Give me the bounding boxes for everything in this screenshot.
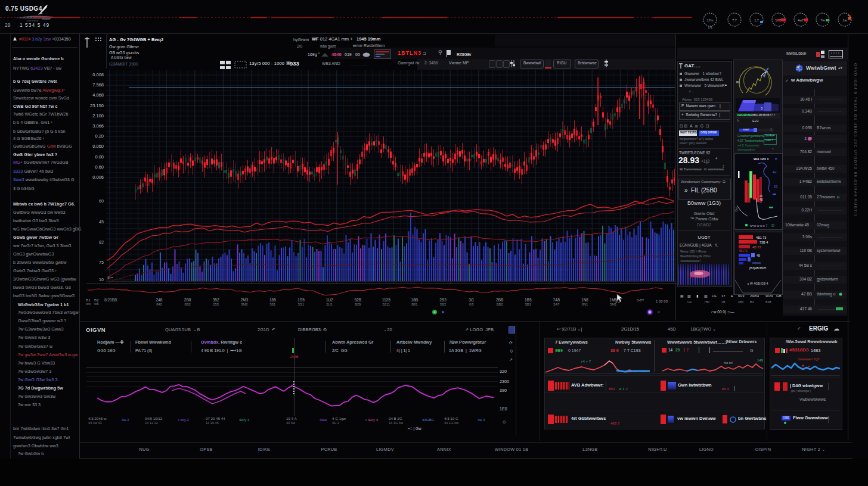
svg-text:7w: 7w bbox=[820, 18, 824, 22]
svg-text:Gw: Gw bbox=[735, 207, 738, 211]
svg-text:B: B bbox=[775, 157, 777, 161]
svg-text:4B1 73: 4B1 73 bbox=[756, 236, 766, 239]
svg-text:Pb: Pb bbox=[736, 80, 740, 84]
svg-text:ms ml: ms ml bbox=[724, 361, 733, 364]
svg-text:4B 73: 4B 73 bbox=[752, 245, 761, 249]
svg-text:4B: 4B bbox=[757, 254, 761, 257]
svg-text:2b: 2b bbox=[760, 195, 763, 198]
svg-text:4w7: 4w7 bbox=[798, 18, 804, 22]
svg-text:≡ W 4GB| GB 4: ≡ W 4GB| GB 4 bbox=[748, 282, 768, 285]
svg-text:1B: 1B bbox=[774, 185, 778, 188]
svg-text:4w: 4w bbox=[773, 170, 777, 174]
svg-text:+4 > 7: +4 > 7 bbox=[581, 360, 591, 363]
svg-text:4B: 4B bbox=[760, 198, 763, 201]
svg-text:7.7: 7.7 bbox=[732, 18, 737, 22]
svg-text:73B 4: 73B 4 bbox=[760, 241, 768, 244]
svg-text:1w: 1w bbox=[842, 18, 847, 22]
svg-text:4B173: 4B173 bbox=[739, 249, 748, 253]
svg-text:149: 149 bbox=[757, 359, 764, 362]
svg-text:⁑7: ⁑7 bbox=[771, 224, 775, 228]
svg-text:w=w-w-w ≡ 7: w=w-w-w ≡ 7 bbox=[750, 224, 767, 228]
svg-text:|B3|4B3B/H: |B3|4B3B/H bbox=[749, 266, 767, 270]
svg-text:1,7: 1,7 bbox=[754, 18, 759, 22]
svg-text:W4 123 1: W4 123 1 bbox=[754, 157, 769, 161]
svg-text:17m: 17m bbox=[707, 18, 714, 22]
svg-text:1-9: 1-9 bbox=[708, 26, 712, 29]
